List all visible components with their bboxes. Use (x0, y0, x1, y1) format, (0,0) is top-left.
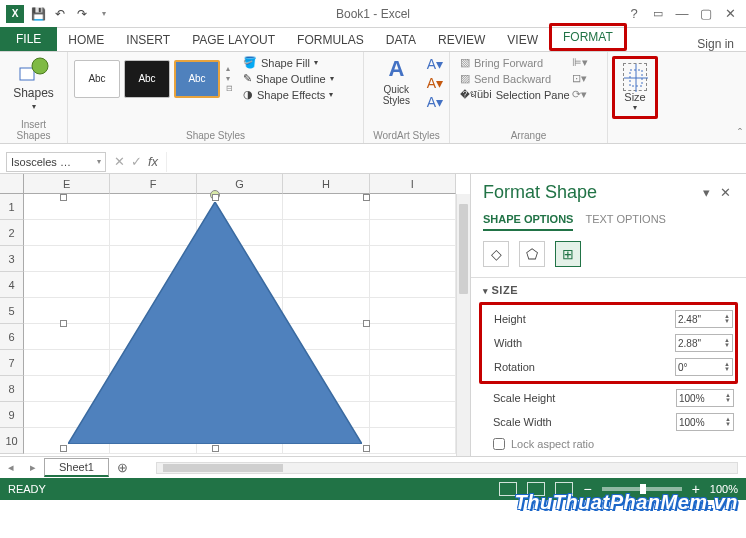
maximize-icon[interactable]: ▢ (696, 4, 716, 24)
text-fill-icon[interactable]: A▾ (427, 56, 443, 72)
pane-close-icon[interactable]: ✕ (720, 185, 734, 200)
add-sheet-icon[interactable]: ⊕ (109, 460, 136, 475)
normal-view-icon[interactable] (499, 482, 517, 496)
close-icon[interactable]: ✕ (720, 4, 740, 24)
pane-options-icon[interactable]: ▾ (703, 185, 713, 200)
vertical-scrollbar[interactable] (456, 194, 470, 456)
window-controls: ? ▭ — ▢ ✕ (624, 4, 746, 24)
page-layout-view-icon[interactable] (527, 482, 545, 496)
quick-styles-button[interactable]: A Quick Styles (370, 56, 423, 106)
sheet-tab[interactable]: Sheet1 (44, 458, 109, 477)
cancel-formula-icon[interactable]: ✕ (114, 154, 125, 169)
zoom-level[interactable]: 100% (710, 483, 738, 495)
col-header[interactable]: I (370, 174, 456, 194)
row-headers: 1 2 3 4 5 6 7 8 9 10 (0, 194, 24, 454)
save-icon[interactable]: 💾 (30, 6, 46, 22)
resize-handle[interactable] (212, 194, 219, 201)
section-size-header[interactable]: SIZE (483, 284, 734, 296)
rotate-button[interactable]: ⟳▾ (572, 88, 588, 101)
size-launcher-button[interactable]: Size ▾ (612, 56, 658, 119)
resize-handle[interactable] (60, 320, 67, 327)
scale-width-input[interactable]: 100%▲▼ (676, 413, 734, 431)
lock-aspect-checkbox[interactable] (493, 438, 505, 450)
tab-file[interactable]: FILE (0, 27, 57, 51)
align-button[interactable]: ⊫▾ (572, 56, 588, 69)
worksheet-grid[interactable]: E F G H I 1 2 3 4 5 6 7 8 9 10 (0, 174, 471, 456)
col-header[interactable]: E (24, 174, 110, 194)
col-header[interactable]: F (110, 174, 196, 194)
effects-category-icon[interactable]: ⬠ (519, 241, 545, 267)
tab-insert[interactable]: INSERT (115, 29, 181, 51)
fx-icon[interactable]: fx (148, 154, 158, 169)
tab-format[interactable]: FORMAT (549, 23, 627, 51)
row-header[interactable]: 10 (0, 428, 24, 454)
sheet-nav-next-icon[interactable]: ▸ (22, 461, 44, 474)
undo-icon[interactable]: ↶ (52, 6, 68, 22)
col-header[interactable]: G (197, 174, 283, 194)
width-input[interactable]: 2.88"▲▼ (675, 334, 733, 352)
row-header[interactable]: 3 (0, 246, 24, 272)
bring-forward-button[interactable]: ▧Bring Forward (460, 56, 570, 69)
size-properties-category-icon[interactable]: ⊞ (555, 241, 581, 267)
text-effects-icon[interactable]: A▾ (427, 94, 443, 110)
row-header[interactable]: 6 (0, 324, 24, 350)
row-header[interactable]: 7 (0, 350, 24, 376)
enter-formula-icon[interactable]: ✓ (131, 154, 142, 169)
tab-data[interactable]: DATA (375, 29, 427, 51)
rotation-input[interactable]: 0°▲▼ (675, 358, 733, 376)
qat-customize-icon[interactable]: ▾ (96, 6, 112, 22)
row-header[interactable]: 9 (0, 402, 24, 428)
resize-handle[interactable] (60, 445, 67, 452)
resize-handle[interactable] (363, 320, 370, 327)
send-backward-button[interactable]: ▨Send Backward (460, 72, 570, 85)
horizontal-scrollbar[interactable] (156, 462, 738, 474)
shape-fill-button[interactable]: 🪣Shape Fill▾ (243, 56, 334, 69)
redo-icon[interactable]: ↷ (74, 6, 90, 22)
style-preset-2[interactable]: Abc (124, 60, 170, 98)
minimize-icon[interactable]: — (672, 4, 692, 24)
zoom-in-icon[interactable]: + (692, 481, 700, 497)
selected-shape[interactable] (64, 198, 366, 448)
help-icon[interactable]: ? (624, 4, 644, 24)
resize-handle[interactable] (212, 445, 219, 452)
tab-formulas[interactable]: FORMULAS (286, 29, 375, 51)
group-label-shape-styles: Shape Styles (74, 128, 357, 141)
name-box[interactable]: Isosceles … ▾ (6, 152, 106, 172)
page-break-view-icon[interactable] (555, 482, 573, 496)
resize-handle[interactable] (363, 194, 370, 201)
tab-view[interactable]: VIEW (496, 29, 549, 51)
formula-input[interactable] (166, 152, 746, 172)
resize-handle[interactable] (363, 445, 370, 452)
text-outline-icon[interactable]: A▾ (427, 75, 443, 91)
collapse-ribbon-icon[interactable]: ˆ (738, 127, 742, 141)
row-header[interactable]: 2 (0, 220, 24, 246)
sheet-nav-prev-icon[interactable]: ◂ (0, 461, 22, 474)
shape-effects-button[interactable]: ◑Shape Effects▾ (243, 88, 334, 101)
style-gallery-expand[interactable]: ▴▾⊟ (224, 64, 235, 93)
zoom-out-icon[interactable]: − (583, 481, 591, 497)
ribbon-display-icon[interactable]: ▭ (648, 4, 668, 24)
style-preset-1[interactable]: Abc (74, 60, 120, 98)
shape-outline-button[interactable]: ✎Shape Outline▾ (243, 72, 334, 85)
col-header[interactable]: H (283, 174, 369, 194)
scale-height-input[interactable]: 100%▲▼ (676, 389, 734, 407)
group-button[interactable]: ⊡▾ (572, 72, 588, 85)
tab-review[interactable]: REVIEW (427, 29, 496, 51)
select-all-corner[interactable] (0, 174, 24, 194)
zoom-slider[interactable] (602, 487, 682, 491)
tab-page-layout[interactable]: PAGE LAYOUT (181, 29, 286, 51)
tab-home[interactable]: HOME (57, 29, 115, 51)
sign-in-link[interactable]: Sign in (697, 37, 746, 51)
fill-line-category-icon[interactable]: ◇ (483, 241, 509, 267)
selection-pane-button[interactable]: �धübiSelection Pane (460, 88, 570, 101)
height-input[interactable]: 2.48"▲▼ (675, 310, 733, 328)
resize-handle[interactable] (60, 194, 67, 201)
insert-shapes-button[interactable]: Shapes ▾ (6, 56, 61, 111)
row-header[interactable]: 1 (0, 194, 24, 220)
style-preset-3[interactable]: Abc (174, 60, 220, 98)
row-header[interactable]: 8 (0, 376, 24, 402)
row-header[interactable]: 4 (0, 272, 24, 298)
row-header[interactable]: 5 (0, 298, 24, 324)
pane-tab-shape-options[interactable]: SHAPE OPTIONS (483, 213, 573, 231)
pane-tab-text-options[interactable]: TEXT OPTIONS (585, 213, 665, 231)
